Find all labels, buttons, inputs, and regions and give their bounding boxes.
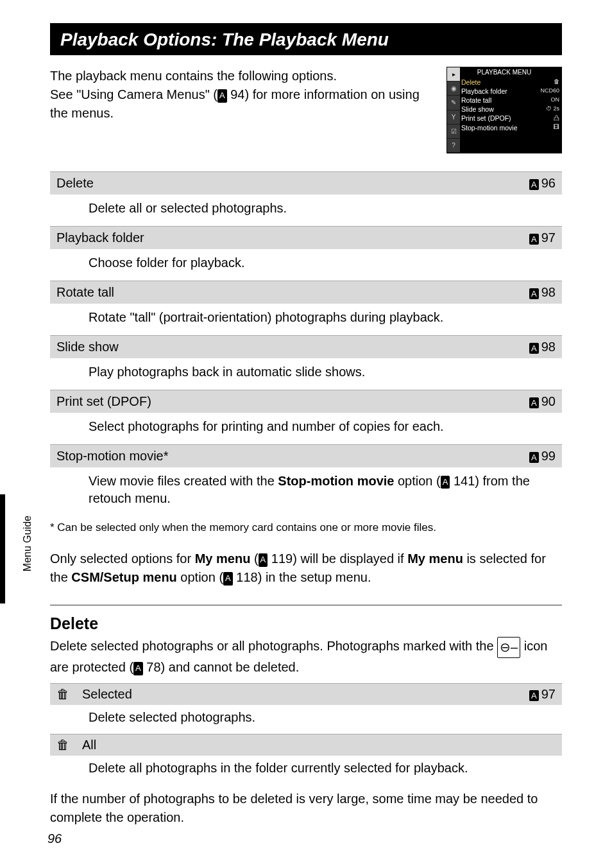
menu-row-title: Stop-motion movie* — [56, 449, 169, 464]
thumb-row: Print set (DPOF)凸 — [461, 114, 559, 123]
delete-heading: Delete — [50, 614, 562, 633]
note-ref: 119 — [271, 551, 293, 566]
note-bold: My menu — [407, 551, 463, 566]
playback-menu-table: Delete A 96 Delete all or selected photo… — [50, 171, 562, 516]
menu-row-ref: A 98 — [529, 340, 556, 354]
page-ref-icon: A — [217, 89, 227, 103]
desc-text: option ( — [394, 474, 440, 488]
thumb-row-label: Rotate tall — [461, 96, 491, 104]
menu-row-ref-num: 97 — [541, 230, 556, 245]
menu-row-title: Delete — [56, 176, 94, 191]
footnote: * Can be selected only when the memory c… — [50, 516, 562, 550]
page-ref-icon: A — [529, 343, 539, 354]
page-ref-icon: A — [259, 553, 268, 567]
delete-all-icon: 🗑 — [56, 738, 82, 752]
protect-icon: ⊖– — [497, 637, 520, 658]
page-ref-icon: A — [529, 288, 539, 299]
delete-body: Delete selected photographs or all photo… — [50, 637, 562, 677]
note-ref: 118 — [236, 570, 257, 584]
thumb-row-label: Stop-motion movie — [461, 124, 518, 132]
note-text: ) in the setup menu. — [258, 570, 371, 584]
delete-selected-icon: 🗑 — [56, 687, 82, 702]
thumb-row-value: 凸 — [554, 114, 559, 123]
page-ref-icon: A — [441, 476, 450, 489]
menu-row-ref: A 97 — [529, 230, 556, 245]
menu-row-ref: A 98 — [529, 285, 556, 300]
thumb-tab-camera-icon: ◉ — [447, 82, 460, 96]
section-header: Playback Options: The Playback Menu — [50, 23, 562, 55]
menu-row-title: Slide show — [56, 340, 119, 354]
note-text: ) will be displayed if — [293, 551, 407, 566]
note-text: Only selected options for — [50, 551, 195, 566]
menu-row-desc: View movie files created with the Stop-m… — [50, 467, 562, 516]
thumb-row-label: Slide show — [461, 105, 494, 113]
menu-row-title: Rotate tall — [56, 285, 114, 300]
delete-tail-note: If the number of photographs to be delet… — [50, 790, 562, 827]
thumb-title: PLAYBACK MENU — [447, 69, 561, 76]
menu-row-header: Playback folder A 97 — [50, 226, 562, 249]
thumb-tab-pencil-icon: ✎ — [447, 96, 460, 110]
thumb-tab-retouch-icon: ☑ — [447, 125, 460, 139]
thumb-row-value: 🎞 — [554, 124, 559, 132]
thumb-tab-wrench-icon: Y — [447, 110, 460, 125]
menu-row-ref-num: 98 — [541, 285, 556, 300]
delete-option-label: Selected — [82, 687, 529, 702]
mymenu-note: Only selected options for My menu (A 119… — [50, 550, 562, 601]
thumb-tab-help-icon: ? — [447, 139, 460, 153]
menu-row-ref: A 90 — [529, 394, 556, 409]
menu-row-ref: A 99 — [529, 449, 556, 464]
menu-row-desc: Select photographs for printing and numb… — [50, 413, 562, 444]
page-ref-icon: A — [529, 452, 539, 463]
delete-option-label: All — [82, 738, 556, 752]
side-tab-strip — [0, 494, 5, 603]
camera-screen-thumbnail: ▸ ◉ ✎ Y ☑ ? PLAYBACK MENU Delete🗑 Playba… — [446, 67, 562, 153]
thumb-row: Rotate tallON — [461, 96, 559, 105]
side-tab-label: Menu Guide — [22, 516, 33, 571]
delete-options-table: 🗑 Selected A 97 Delete selected photogra… — [50, 683, 562, 785]
delete-option-header: 🗑 Selected A 97 — [50, 683, 562, 705]
thumb-row-value: NCD60 — [540, 87, 559, 95]
note-bold: My menu — [195, 551, 251, 566]
body-ref: 78 — [146, 660, 160, 674]
thumb-row: Slide show⏱ 2s — [461, 105, 559, 114]
menu-row-desc: Rotate "tall" (portrait-orientation) pho… — [50, 304, 562, 335]
thumb-row: Playback folderNCD60 — [461, 87, 559, 96]
page-ref-icon: A — [223, 572, 233, 586]
intro-line2a: See "Using Camera Menus" ( — [50, 87, 217, 101]
intro-ref: 94 — [230, 87, 244, 101]
delete-option-header: 🗑 All — [50, 734, 562, 756]
desc-ref: 141 — [454, 474, 475, 488]
note-text: option ( — [177, 570, 223, 584]
menu-row-header: Rotate tall A 98 — [50, 281, 562, 304]
menu-row-header: Delete A 96 — [50, 171, 562, 195]
page-number: 96 — [47, 831, 62, 846]
menu-row-header: Print set (DPOF) A 90 — [50, 390, 562, 413]
thumb-row: Delete🗑 — [461, 78, 559, 87]
menu-row-ref-num: 96 — [541, 176, 556, 191]
menu-row-header: Slide show A 98 — [50, 335, 562, 358]
menu-row-title: Print set (DPOF) — [56, 394, 151, 409]
intro-text: The playback menu contains the following… — [50, 67, 436, 153]
delete-option-desc: Delete all photographs in the folder cur… — [50, 756, 562, 785]
menu-row-desc: Choose folder for playback. — [50, 249, 562, 281]
page-ref-icon: A — [529, 179, 539, 190]
menu-row-ref-num: 98 — [541, 340, 556, 354]
menu-row-title: Playback folder — [56, 230, 144, 245]
page-ref-icon: A — [133, 662, 143, 675]
intro-line1: The playback menu contains the following… — [50, 69, 337, 83]
delete-option-ref: A 97 — [529, 687, 556, 702]
thumb-row-value: 🗑 — [554, 78, 559, 86]
menu-row-desc: Play photographs back in automatic slide… — [50, 358, 562, 390]
menu-row-ref-num: 99 — [541, 449, 556, 464]
menu-row-ref: A 96 — [529, 176, 556, 191]
desc-bold: Stop-motion movie — [278, 474, 394, 488]
thumb-row-value: ⏱ 2s — [546, 105, 559, 113]
note-text: ( — [250, 551, 258, 566]
note-bold: CSM/Setup menu — [71, 570, 176, 584]
divider — [50, 605, 562, 605]
thumb-row-label: Delete — [461, 78, 480, 86]
page-ref-icon: A — [529, 690, 539, 701]
menu-row-desc: Delete all or selected photographs. — [50, 195, 562, 226]
body-text: Delete selected photographs or all photo… — [50, 639, 497, 653]
page-ref-icon: A — [529, 234, 539, 245]
